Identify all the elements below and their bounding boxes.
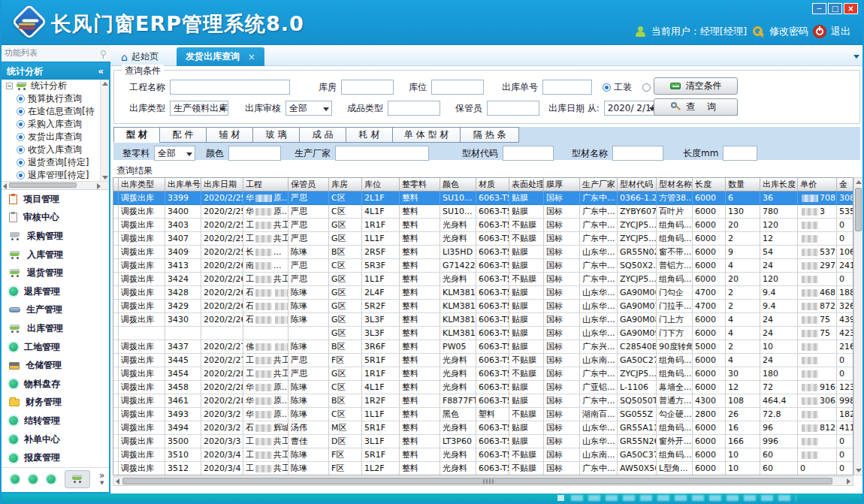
table-row[interactable]: 调拨出库34612020/2/28华原...陈琳B区1R2F整料F8877FT6… [113, 394, 853, 408]
sidebar-item-生产管理[interactable]: 生产管理 [2, 301, 109, 320]
column-header-单价[interactable]: 单价 [798, 178, 837, 192]
sidebar-item-采购管理[interactable]: 采购管理 [2, 227, 109, 246]
column-header-库位[interactable]: 库位 [362, 178, 400, 192]
sidebar-item-报废管理[interactable]: 报废管理 [2, 448, 109, 467]
tree-item[interactable]: 发货出库查询 [2, 131, 109, 143]
input-出库单号[interactable] [542, 80, 592, 95]
tab-shipping-outbound-query[interactable]: 发货出库查询 × [177, 47, 264, 66]
overflow-button[interactable]: »▼ [99, 472, 104, 487]
table-row[interactable]: 调拨出库34032020/2/25工共工程严思G区1R1F整料光身料6063-T… [113, 219, 853, 232]
material-tab-型材[interactable]: 型 材 [113, 127, 160, 143]
column-header-出库长度[interactable]: 出库长度 [760, 178, 798, 192]
sidebar-item-工地管理[interactable]: 工地管理 [2, 338, 109, 357]
filter-input-型材名称[interactable] [612, 146, 663, 161]
table-row[interactable]: G区3L3F整料KLM38176063-T5贴膜国标山东华...GA90M09.… [113, 327, 853, 340]
table-row[interactable]: 调拨出库34132020/2/26南...严思C区5R3F整料G71422606… [113, 259, 853, 273]
column-header-生产厂家[interactable]: 生产厂家 [580, 178, 618, 192]
tab-close-icon[interactable]: × [248, 52, 255, 62]
material-tab-辅材[interactable]: 辅 材 [207, 127, 253, 143]
column-header-工程[interactable]: 工程 [243, 178, 289, 192]
table-row[interactable]: 调拨出库34302020/2/26石城陈琳G区3L3F整料KLM38176063… [113, 313, 853, 327]
table-row[interactable]: 调拨出库34002020/2/25华原...严思C区4L1F整料SU10...6… [113, 205, 853, 219]
tree-vertical-scrollbar[interactable] [100, 80, 109, 182]
table-row[interactable]: 调拨出库34242020/2/26工共工程严思G区1L1F整料光身料6063-T… [113, 273, 853, 286]
tree-item[interactable]: 采购入库查询 [2, 118, 109, 131]
column-header-型材名称[interactable]: 型材名称 [657, 178, 693, 192]
input-库位[interactable] [431, 80, 484, 95]
sidebar-item-物料盘存[interactable]: 物料盘存 [2, 375, 109, 394]
table-row[interactable]: 调拨出库35002020/3/3工共工程曹佳D区3L1F整料LT3P606063… [113, 435, 853, 448]
filter-input-生产厂家[interactable] [335, 146, 429, 161]
grid-vertical-scrollbar[interactable] [853, 177, 863, 475]
column-header-表面处理[interactable]: 表面处理 [509, 178, 544, 192]
sidebar-item-出库管理[interactable]: 出库管理 [2, 319, 109, 338]
table-row[interactable]: 调拨出库35102020/3/4工共工程陈琳F区5R1F整料光身料6063-T5… [113, 448, 853, 462]
material-tab-耗材[interactable]: 耗 材 [346, 127, 393, 143]
date-from-select[interactable]: 2020/ 2/16 [604, 101, 658, 116]
input-库房[interactable] [341, 80, 394, 95]
table-row[interactable]: 调拨出库33992020/2/25华原...严思C区2L1F整料SU10...6… [113, 192, 853, 205]
material-tab-成品[interactable]: 成 品 [300, 127, 346, 143]
search-button[interactable]: 查 询 [654, 98, 738, 116]
clear-conditions-button[interactable]: 清空条件 [654, 77, 738, 95]
material-tab-单体型材[interactable]: 单 体 型 材 [393, 127, 461, 143]
change-password-button[interactable]: 修改密码 [769, 25, 808, 38]
tree-item[interactable]: 收货入库查询 [2, 143, 109, 156]
sidebar-item-财务管理[interactable]: 财务管理 [2, 394, 109, 412]
column-header-库房[interactable]: 库房 [329, 178, 362, 192]
filter-input-型材代码[interactable] [503, 146, 554, 161]
select-出库类型[interactable]: 生产领料出库 [170, 101, 228, 116]
tree-horizontal-scrollbar[interactable] [2, 181, 109, 189]
table-row[interactable]: 调拨出库34942020/3/2石辉城汤伟M区5R1F整料光身料6063-T5贴… [113, 421, 853, 435]
maximize-button[interactable]: □ [828, 3, 842, 14]
column-header-整零料[interactable]: 整零料 [400, 178, 440, 192]
column-header-膜厚[interactable]: 膜厚 [544, 178, 580, 192]
column-header-保管员[interactable]: 保管员 [289, 178, 329, 192]
table-row[interactable]: 调拨出库34072020/2/25工共工程严思G区1L1F整料光身料6063-T… [113, 232, 853, 246]
tree-item[interactable]: 退库管理[待定] [2, 169, 109, 182]
table-row[interactable]: 调拨出库34282020/2/26石城陈琳G区2L4F整料KLM38176063… [113, 286, 853, 300]
column-header[interactable] [113, 178, 119, 192]
table-row[interactable]: 调拨出库34372020/2/27佛...陈琳B区3R6F整料PW056063-… [113, 340, 853, 354]
input-保管员[interactable] [487, 101, 539, 116]
table-row[interactable]: 调拨出库34292020/2/26石城陈琳G区5R2F整料KLM38176063… [113, 300, 853, 313]
sidebar-item-结转管理[interactable]: 结转管理 [2, 412, 109, 430]
sidebar-item-审核中心[interactable]: 审核中心 [2, 209, 109, 228]
material-tab-配件[interactable]: 配 件 [160, 127, 207, 143]
sidebar-item-入库管理[interactable]: 入库管理 [2, 246, 109, 264]
circle-icon[interactable] [29, 475, 38, 484]
input-工程名称[interactable] [170, 80, 290, 95]
select-出库审核[interactable]: 全部 [285, 101, 332, 116]
column-header-出库单号[interactable]: 出库单号 [165, 178, 201, 192]
section-header[interactable]: 统计分析 « [2, 63, 109, 80]
circle-icon[interactable] [47, 475, 56, 484]
tree-root-item[interactable]: 统计分析 [2, 80, 109, 92]
tree-item[interactable]: 退货查询[待定] [2, 156, 109, 169]
material-tab-隔热条[interactable]: 隔 热 条 [461, 127, 519, 143]
table-row[interactable]: 调拨出库34542020/2/28工共工程严思G区1R1F整料光身料6063-T… [113, 367, 853, 381]
material-tab-玻璃[interactable]: 玻 璃 [253, 127, 300, 143]
input-成品类型[interactable] [388, 101, 440, 116]
column-header-出库类型[interactable]: 出库类型 [119, 178, 165, 192]
column-header-材质[interactable]: 材质 [476, 178, 509, 192]
column-header-长度[interactable]: 长度 [693, 178, 726, 192]
tree-item[interactable]: 预算执行查询 [2, 92, 109, 105]
minimize-button[interactable]: − [812, 3, 826, 14]
filter-select-整零料[interactable]: 全部 [154, 146, 195, 161]
table-row[interactable]: 调拨出库35122020/3/4工共工程陈琳F区1L2F整料光身料6063-T5… [113, 462, 853, 475]
table-row[interactable]: 调拨出库34452020/2/27工共工程严思F区5R1F整料光身料6063-T… [113, 354, 853, 367]
table-row[interactable]: 调拨出库34582020/2/28华原...陈琳C区4L1F整料光身料6063-… [113, 381, 853, 394]
sidebar-item-退库管理[interactable]: 退库管理 [2, 282, 109, 301]
radio-工装[interactable]: 工装 [603, 81, 632, 94]
collapse-box-icon[interactable] [6, 83, 13, 89]
column-header-金[interactable]: 金 [837, 178, 853, 192]
pin-icon[interactable] [101, 50, 106, 56]
collapse-icon[interactable]: « [98, 63, 104, 80]
sidebar-item-补单中心[interactable]: 补单中心 [2, 430, 109, 449]
table-row[interactable]: 调拨出库34092020/2/25长...陈琳B区2R5F整料LI35HD606… [113, 246, 853, 259]
tree-item[interactable]: 在途信息查询[待 [2, 105, 109, 118]
column-header-出库日期[interactable]: 出库日期 [201, 178, 243, 192]
tab-list-dropdown-icon[interactable] [853, 55, 859, 59]
grid-horizontal-scrollbar[interactable] [113, 476, 853, 486]
circle-icon[interactable] [11, 475, 20, 484]
